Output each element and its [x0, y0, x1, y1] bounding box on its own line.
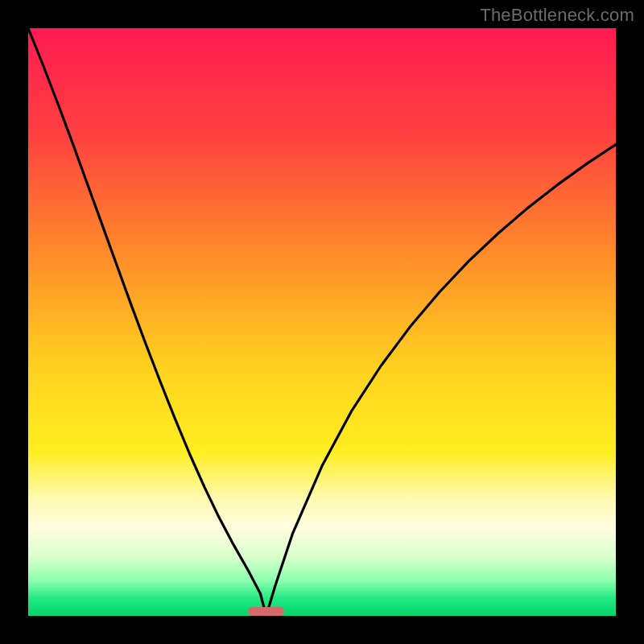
watermark-text: TheBottleneck.com — [480, 5, 634, 26]
chart-frame: TheBottleneck.com — [0, 0, 644, 644]
bottleneck-curve — [28, 28, 616, 616]
curve-right-branch — [266, 145, 616, 616]
curve-left-branch — [28, 28, 266, 616]
plot-area — [28, 28, 616, 616]
optimal-zone-marker — [248, 607, 284, 616]
